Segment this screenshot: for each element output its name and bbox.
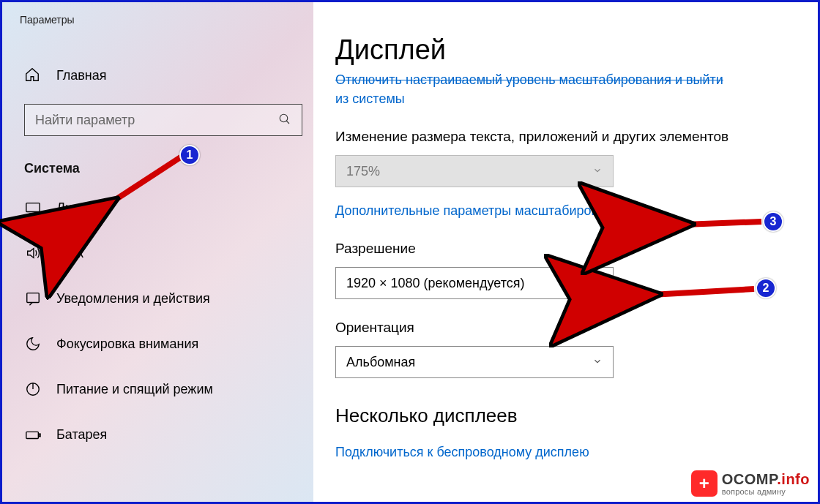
sidebar: Параметры Главная Система Дисплей Звук (2, 2, 313, 502)
sidebar-item-label: Звук (56, 246, 83, 261)
sidebar-item-focus[interactable]: Фокусировка внимания (2, 321, 313, 366)
battery-icon (24, 426, 42, 443)
clipped-text-line1: Отключить настраиваемый уровень масштаби… (335, 72, 723, 87)
orientation-value: Альбомная (346, 355, 415, 370)
home-label: Главная (56, 68, 107, 83)
resolution-label: Разрешение (335, 241, 789, 257)
clipped-text-line2: из системы (335, 91, 405, 106)
disable-custom-scaling-link[interactable]: Отключить настраиваемый уровень масштаби… (335, 70, 789, 108)
search-input-wrapper[interactable] (24, 104, 302, 136)
main-content: Дисплей Отключить настраиваемый уровень … (313, 2, 818, 502)
sidebar-item-label: Дисплей (56, 200, 109, 216)
svg-point-0 (280, 114, 288, 122)
scaling-dropdown[interactable]: 175% (335, 155, 614, 187)
svg-rect-8 (39, 434, 40, 437)
sidebar-item-power[interactable]: Питание и спящий режим (2, 366, 313, 412)
orientation-label: Ориентация (335, 320, 789, 336)
sound-icon (24, 245, 42, 261)
sidebar-item-battery[interactable]: Батарея (2, 412, 313, 457)
sidebar-item-label: Батарея (56, 427, 107, 443)
sidebar-item-label: Питание и спящий режим (56, 382, 213, 397)
page-title: Дисплей (335, 34, 789, 66)
svg-rect-7 (26, 432, 39, 438)
advanced-scaling-link[interactable]: Дополнительные параметры масштабирования (335, 202, 789, 220)
sidebar-section-label: Система (2, 148, 313, 185)
app-title: Параметры (2, 7, 313, 26)
sidebar-item-label: Уведомления и действия (56, 291, 210, 306)
svg-rect-2 (26, 203, 40, 212)
resolution-value: 1920 × 1080 (рекомендуется) (346, 276, 525, 291)
home-icon (24, 67, 42, 85)
chevron-down-icon (592, 355, 603, 370)
connect-wireless-display-link[interactable]: Подключиться к беспроводному дисплею (335, 443, 789, 462)
notifications-icon (24, 290, 42, 306)
home-nav[interactable]: Главная (2, 56, 313, 95)
sidebar-item-label: Фокусировка внимания (56, 336, 198, 352)
sidebar-item-notifications[interactable]: Уведомления и действия (2, 276, 313, 321)
sidebar-item-display[interactable]: Дисплей (2, 185, 313, 230)
focus-icon (24, 336, 42, 352)
svg-rect-4 (27, 293, 40, 303)
scaling-value: 175% (346, 164, 380, 179)
svg-line-1 (286, 121, 289, 124)
search-icon (278, 113, 291, 128)
resolution-dropdown[interactable]: 1920 × 1080 (рекомендуется) (335, 267, 614, 299)
scaling-label: Изменение размера текста, приложений и д… (335, 129, 789, 145)
chevron-down-icon (592, 276, 603, 291)
display-icon (24, 200, 42, 216)
chevron-down-icon (592, 164, 603, 179)
sidebar-item-sound[interactable]: Звук (2, 230, 313, 276)
search-input[interactable] (35, 113, 278, 128)
orientation-dropdown[interactable]: Альбомная (335, 346, 614, 378)
power-icon (24, 381, 42, 397)
multiple-displays-heading: Несколько дисплеев (335, 405, 789, 427)
